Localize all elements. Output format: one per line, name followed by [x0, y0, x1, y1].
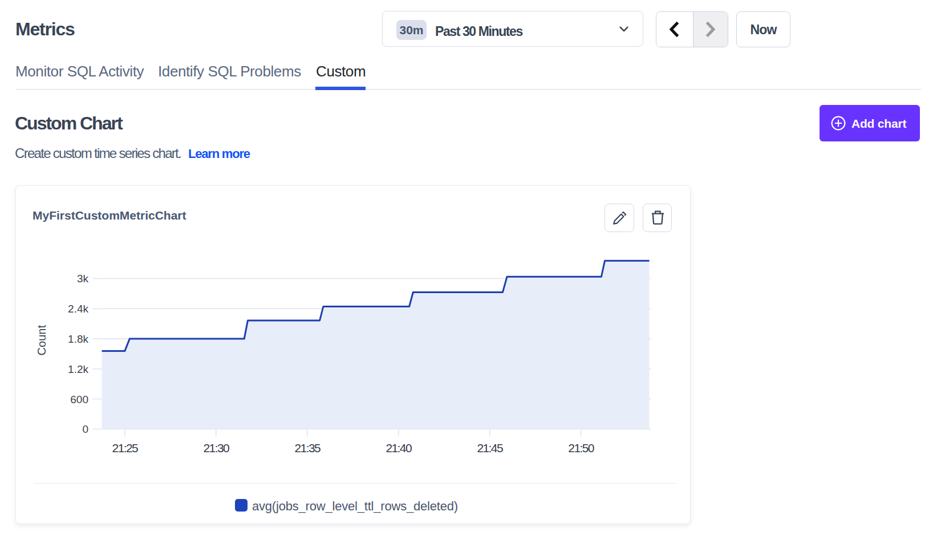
svg-text:21:30: 21:30 — [204, 441, 229, 455]
svg-text:21:35: 21:35 — [295, 441, 321, 455]
svg-text:21:50: 21:50 — [568, 441, 594, 455]
svg-text:21:25: 21:25 — [112, 441, 138, 455]
svg-text:1.2k: 1.2k — [68, 363, 88, 375]
svg-text:Count: Count — [35, 325, 48, 356]
svg-text:21:40: 21:40 — [386, 441, 411, 455]
svg-text:1.8k: 1.8k — [68, 333, 88, 345]
svg-text:21:45: 21:45 — [477, 441, 502, 455]
svg-text:600: 600 — [70, 393, 88, 405]
svg-text:3k: 3k — [77, 273, 89, 285]
svg-text:2.4k: 2.4k — [68, 303, 88, 315]
svg-text:0: 0 — [82, 423, 88, 435]
